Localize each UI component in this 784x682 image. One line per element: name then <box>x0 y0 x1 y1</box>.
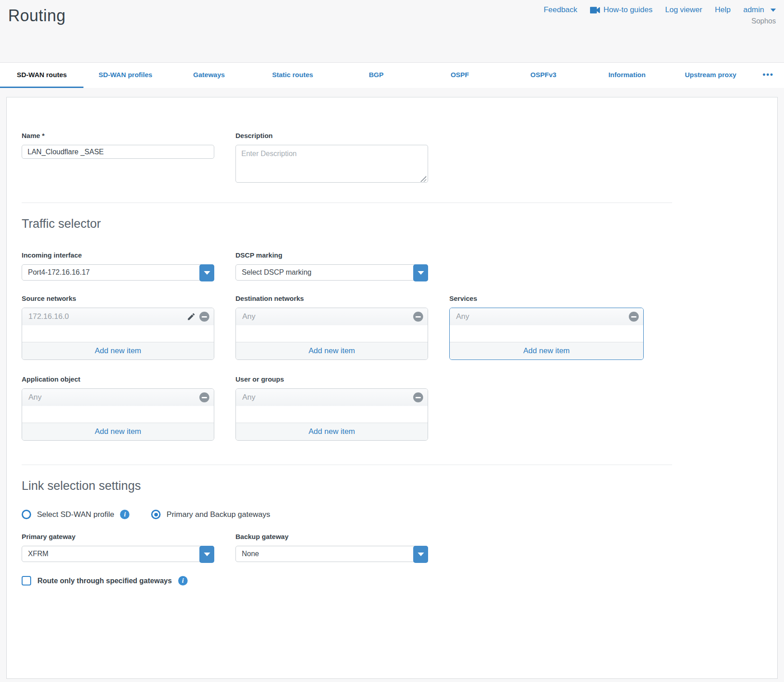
add-new-item-button[interactable]: Add new item <box>450 342 643 359</box>
backup-gateway-label: Backup gateway <box>235 533 428 540</box>
description-label: Description <box>235 132 428 139</box>
interface-dscp-row: Incoming interface Port4-172.16.16.17 DS… <box>22 251 777 281</box>
remove-item-icon[interactable] <box>413 312 423 322</box>
remove-item-icon[interactable] <box>629 312 639 322</box>
user-or-groups-box: Any Add new item <box>235 388 428 441</box>
dropdown-caret-icon[interactable] <box>413 264 428 281</box>
dropdown-caret-icon[interactable] <box>199 546 214 563</box>
tab-bgp[interactable]: BGP <box>334 63 418 88</box>
help-link[interactable]: Help <box>715 5 731 14</box>
tab-sd-wan-profiles[interactable]: SD-WAN profiles <box>83 63 167 88</box>
add-new-item-button[interactable]: Add new item <box>22 423 214 440</box>
dscp-marking-label: DSCP marking <box>235 251 428 259</box>
video-camera-icon <box>590 7 600 14</box>
tab-sd-wan-routes[interactable]: SD-WAN routes <box>0 63 83 88</box>
destination-networks-label: Destination networks <box>235 295 428 302</box>
user-or-groups-label: User or groups <box>235 375 428 383</box>
application-users-row: Application object Any Add new item User… <box>22 375 777 441</box>
list-item: 172.16.16.0 <box>22 308 214 325</box>
brand-label: Sophos <box>544 17 776 25</box>
name-label: Name * <box>22 132 214 139</box>
tab-static-routes[interactable]: Static routes <box>251 63 334 88</box>
link-selection-radio-row: Select SD-WAN profile i Primary and Back… <box>22 510 777 519</box>
route-only-label: Route only through specified gateways <box>37 577 172 585</box>
section-divider <box>22 465 672 465</box>
remove-item-icon[interactable] <box>199 312 209 322</box>
list-item: Any <box>236 308 428 325</box>
application-object-box: Any Add new item <box>22 388 214 441</box>
incoming-interface-select[interactable]: Port4-172.16.16.17 <box>22 264 214 281</box>
edit-pencil-icon[interactable] <box>186 312 196 322</box>
radio-icon[interactable] <box>22 510 31 519</box>
section-divider <box>22 203 672 203</box>
admin-menu[interactable]: admin <box>743 5 776 14</box>
radio-select-sdwan-profile[interactable]: Select SD-WAN profile i <box>22 510 129 519</box>
name-description-row: Name * Description <box>22 132 777 184</box>
tab-upstream-proxy[interactable]: Upstream proxy <box>669 63 752 88</box>
radio-primary-backup-gateways[interactable]: Primary and Backup gateways <box>151 510 270 519</box>
list-item: Any <box>22 389 214 406</box>
route-only-row: Route only through specified gateways i <box>22 576 777 585</box>
info-icon[interactable]: i <box>178 576 188 585</box>
remove-item-icon[interactable] <box>413 392 423 402</box>
remove-item-icon[interactable] <box>199 392 209 402</box>
feedback-link[interactable]: Feedback <box>544 5 577 14</box>
name-input[interactable] <box>22 145 214 159</box>
services-box: Any Add new item <box>449 308 644 360</box>
route-only-checkbox[interactable] <box>22 576 31 585</box>
traffic-selector-heading: Traffic selector <box>22 217 777 231</box>
log-viewer-link[interactable]: Log viewer <box>665 5 702 14</box>
application-object-label: Application object <box>22 375 214 383</box>
tab-gateways[interactable]: Gateways <box>167 63 251 88</box>
sd-wan-route-form: Name * Description Traffic selector Inco… <box>6 97 778 679</box>
add-new-item-button[interactable]: Add new item <box>22 342 214 359</box>
tab-information[interactable]: Information <box>585 63 669 88</box>
dropdown-caret-icon[interactable] <box>413 546 428 563</box>
chevron-down-icon <box>770 9 776 12</box>
dropdown-caret-icon[interactable] <box>199 264 214 281</box>
list-item: Any <box>450 308 643 325</box>
networks-services-row: Source networks 172.16.16.0 Add new item… <box>22 295 777 360</box>
primary-gateway-label: Primary gateway <box>22 533 214 540</box>
top-right-nav: Feedback How-to guides Log viewer Help a… <box>544 5 776 25</box>
incoming-interface-label: Incoming interface <box>22 251 214 259</box>
link-selection-heading: Link selection settings <box>22 479 777 493</box>
tab-ospfv3[interactable]: OSPFv3 <box>502 63 585 88</box>
tab-ospf[interactable]: OSPF <box>418 63 502 88</box>
source-networks-label: Source networks <box>22 295 214 302</box>
required-asterisk: * <box>42 132 45 139</box>
howto-guides-link[interactable]: How-to guides <box>590 5 653 14</box>
info-icon[interactable]: i <box>120 510 129 519</box>
primary-gateway-select[interactable]: XFRM <box>22 546 214 562</box>
services-label: Services <box>449 295 644 302</box>
source-networks-box: 172.16.16.0 Add new item <box>22 308 214 360</box>
radio-icon[interactable] <box>151 510 161 519</box>
backup-gateway-select[interactable]: None <box>235 546 428 562</box>
top-header: Routing Feedback How-to guides Log viewe… <box>0 0 784 62</box>
gateways-row: Primary gateway XFRM Backup gateway None <box>22 533 777 562</box>
dscp-marking-select[interactable]: Select DSCP marking <box>235 264 428 281</box>
destination-networks-box: Any Add new item <box>235 308 428 360</box>
tab-bar: SD-WAN routes SD-WAN profiles Gateways S… <box>0 62 784 88</box>
add-new-item-button[interactable]: Add new item <box>236 423 428 440</box>
add-new-item-button[interactable]: Add new item <box>236 342 428 359</box>
tab-overflow-ellipsis-icon[interactable]: ••• <box>752 63 784 88</box>
description-textarea[interactable] <box>235 145 428 183</box>
list-item: Any <box>236 389 428 406</box>
